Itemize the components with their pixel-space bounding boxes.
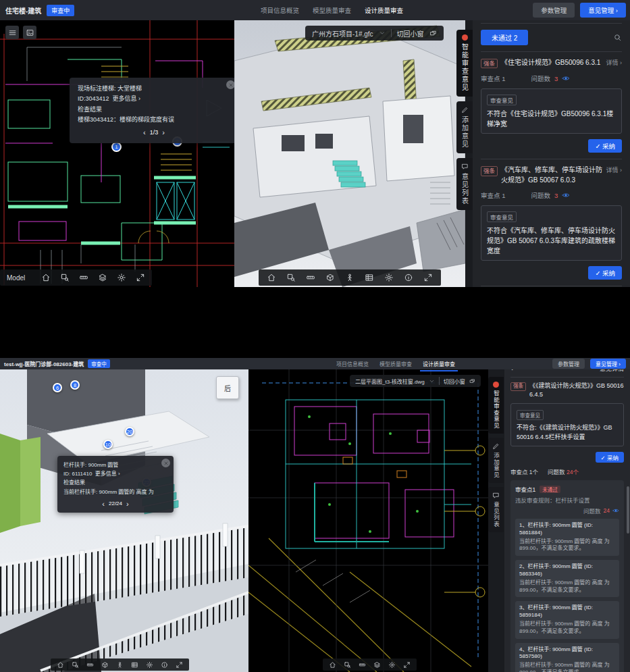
measure-icon[interactable] [306, 273, 315, 282]
issue-pin-10[interactable]: 10 [103, 440, 113, 449]
side-tab-add-opinion[interactable]: 添加意见 [456, 101, 473, 153]
section-box-icon[interactable] [325, 273, 335, 282]
detail-link[interactable]: 详情 › [606, 59, 623, 68]
settings-icon[interactable] [117, 273, 126, 282]
top-header: 住宅楼-建筑 审查中 项目信息概览 模型质量审查 设计质量审查 参数管理 意见管… [0, 0, 630, 20]
side-tab-add-opinion[interactable]: 添加意见 [488, 438, 504, 483]
issue-item[interactable]: 4、栏杆扶手: 900mm 圆管 (ID: 5857580) 当前栏杆扶手: 9… [515, 643, 619, 672]
eye-icon[interactable] [612, 507, 619, 514]
window-switch-icon[interactable] [429, 30, 437, 37]
info-icon[interactable] [404, 273, 413, 282]
window-switch-icon[interactable] [469, 378, 475, 384]
param-manage-button[interactable]: 参数管理 [533, 3, 575, 18]
issue-pin-8[interactable]: 8 [70, 380, 80, 390]
cad-file-pill[interactable]: 二层平面图_t3-核改柱窗.dwg 切回小窗 [350, 375, 481, 387]
switch-window-link[interactable]: 切回小窗 [444, 378, 465, 385]
fullscreen-icon[interactable] [176, 661, 183, 669]
next-issue-arrow[interactable]: › [126, 498, 129, 510]
issue-pin-1[interactable]: 1 [111, 142, 122, 152]
issue-item[interactable]: 3、栏杆扶手: 900mm 圆管 (ID: 5859184) 当前栏杆扶手: 9… [515, 601, 619, 638]
component-list-icon[interactable] [365, 273, 374, 282]
detail-link[interactable]: 详情 › [606, 166, 623, 175]
cad-viewport[interactable]: 1 2 现场标注楼梯: 大堂楼梯 ID:3043412 更多信息 › 检查结果 … [0, 20, 234, 287]
fullscreen-icon[interactable] [423, 273, 433, 282]
info-icon[interactable] [161, 661, 168, 669]
chevron-down-icon[interactable] [379, 30, 386, 36]
next-issue-arrow[interactable]: › [162, 126, 165, 139]
close-icon[interactable] [226, 80, 234, 89]
accept-button[interactable]: ✓ 采纳 [588, 139, 622, 153]
opinion-manage-button[interactable]: 意见管理 › [590, 359, 626, 369]
fullscreen-icon[interactable] [403, 661, 411, 669]
panel-scrollbar[interactable] [627, 486, 629, 534]
home-icon[interactable] [329, 661, 336, 669]
prev-issue-arrow[interactable]: ‹ [143, 126, 146, 139]
layers-icon[interactable] [373, 661, 381, 669]
tab-design-quality[interactable]: 设计质量审查 [365, 5, 403, 15]
home-icon[interactable] [57, 661, 64, 669]
cad-file-name: 二层平面图_t3-核改柱窗.dwg [355, 378, 425, 385]
select-zoom-icon[interactable] [286, 273, 296, 282]
review-item[interactable]: 强条 《汽车库、修车库、停车场设计防火规范》GB 50067 6.0.3 详情 … [481, 165, 622, 280]
prev-issue-arrow[interactable]: ‹ [102, 498, 105, 510]
measure-icon[interactable] [86, 661, 94, 669]
issue-item[interactable]: 2、栏杆扶手: 900mm 圆管 (ID: 5863346) 当前栏杆扶手: 9… [515, 560, 619, 597]
chevron-down-icon[interactable] [429, 378, 435, 384]
accept-button[interactable]: ✓ 采纳 [588, 266, 622, 280]
mandatory-badge: 强条 [510, 382, 526, 391]
model-file-pill[interactable]: 广州方石项目-1#.gfc 切回小窗 [305, 26, 444, 41]
snapshot-button[interactable] [23, 26, 36, 39]
pencil-icon [492, 442, 500, 450]
section-box-icon[interactable] [101, 661, 109, 669]
param-manage-button[interactable]: 参数管理 [552, 359, 585, 369]
issue-item[interactable]: 1、栏杆扶手: 900mm 圆管 (ID: 5861884) 当前栏杆扶手: 9… [515, 519, 619, 556]
eye-icon[interactable] [562, 191, 570, 199]
eye-icon[interactable] [562, 74, 570, 82]
settings-icon[interactable] [146, 661, 153, 669]
tab-project-info[interactable]: 项目信息概览 [336, 358, 369, 370]
walkthrough-icon[interactable] [345, 273, 355, 282]
model-3d-viewport[interactable]: 后 6 8 10 20 22 栏杆扶手: 900mm 圆管 ID: 611141… [0, 369, 248, 672]
layer-menu-button[interactable] [5, 26, 19, 39]
more-info-link[interactable]: 更多信息 › [95, 471, 120, 477]
failed-filter-button[interactable]: 未通过 2 [481, 30, 528, 45]
tab-project-info[interactable]: 项目信息概览 [261, 5, 299, 15]
select-zoom-icon[interactable] [60, 273, 70, 282]
select-zoom-icon[interactable] [72, 661, 79, 669]
walkthrough-icon[interactable] [116, 661, 124, 669]
more-info-link[interactable]: 更多信息 › [113, 95, 141, 102]
settings-icon[interactable] [384, 273, 394, 282]
review-item[interactable]: 强条 《住宅设计规范》GB50096 6.3.1 详情 › 审查点 1 问题数 … [481, 58, 622, 153]
tab-model-quality[interactable]: 模型质量审查 [379, 358, 412, 370]
home-icon[interactable] [267, 273, 276, 282]
settings-icon[interactable] [388, 661, 396, 669]
side-tab-smart-review[interactable]: 智能审查意见 [456, 30, 473, 97]
search-icon[interactable] [613, 33, 622, 42]
layers-icon[interactable] [98, 273, 107, 282]
opinion-manage-button[interactable]: 意见管理 › [580, 3, 626, 18]
accept-button[interactable]: ✓ 采纳 [596, 452, 624, 463]
close-icon[interactable] [161, 459, 170, 467]
model-tab[interactable]: Model [7, 274, 25, 282]
cad-viewport[interactable]: 二层平面图_t3-核改柱窗.dwg 切回小窗 [248, 369, 488, 672]
review-point-group: 审查点1 未通过 违反审查规则：栏杆扶手设置 问题数 24 1、栏杆扶手: 90… [510, 480, 624, 672]
issue-pin-20[interactable]: 20 [125, 427, 134, 436]
side-tab-smart-review[interactable]: 智能审查意见 [488, 377, 504, 434]
side-tab-opinion-list[interactable]: 意见列表 [488, 487, 504, 532]
measure-icon[interactable] [79, 273, 88, 282]
code-title: 《《建筑设计防火规范》》GB 50016 6.4.5 [529, 382, 624, 399]
fullscreen-icon[interactable] [136, 273, 145, 282]
tab-design-quality[interactable]: 设计质量审查 [423, 358, 455, 370]
component-list-icon[interactable] [131, 661, 138, 669]
model-3d-viewport[interactable]: 广州方石项目-1#.gfc 切回小窗 [234, 20, 465, 287]
issue-pin-6[interactable]: 6 [53, 383, 62, 392]
measure-icon[interactable] [359, 661, 366, 669]
opinion-label: 审查意见 [517, 410, 544, 420]
view-cube[interactable]: 后 [216, 376, 239, 399]
select-zoom-icon[interactable] [344, 661, 351, 669]
switch-window-link[interactable]: 切回小窗 [397, 28, 424, 38]
side-tab-opinion-list[interactable]: 意见列表 [456, 158, 473, 210]
home-icon[interactable] [41, 273, 51, 282]
tab-model-quality[interactable]: 模型质量审查 [313, 5, 351, 15]
opinion-box: 审查意见 不符合:《《建筑设计防火规范》》GB 50016 6.4.5栏杆扶手设… [510, 403, 624, 446]
